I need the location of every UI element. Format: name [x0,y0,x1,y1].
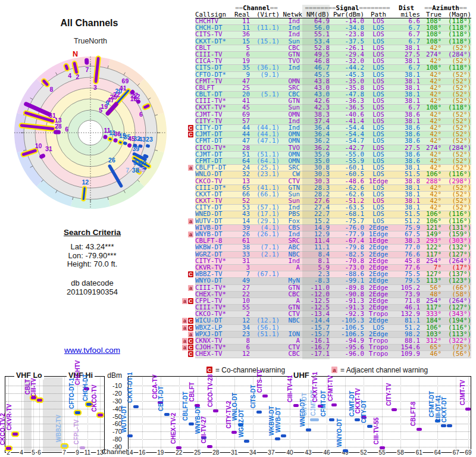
cell-mi: 38.1 [393,165,420,171]
radar-channel-label: 2 [76,73,79,80]
cell-vi [250,179,280,185]
cell-nw: CBC [280,292,302,298]
cell-re: 2 [233,311,250,318]
cell-pw: -90.8 [330,292,364,298]
cell-vi [250,278,280,284]
cell-pa: 2Edge [364,318,393,324]
signal-bar-label: CICO-TV-28 [208,374,214,407]
cell-az: 106° [420,218,441,225]
cell-nm: 43.0 [302,92,330,98]
gridline-v [419,377,419,452]
adjacent-channel-warning-badge: a [188,331,193,337]
cell-mg: (298°) [441,179,471,185]
cell-mg: (52°) [441,72,471,79]
signal-bar [329,418,334,421]
cell-az: 117° [420,305,441,311]
cell-pw: -91.3 [330,298,364,305]
vhf-channel-tick: 7 [62,449,67,456]
cell-pw: -14.0 [330,18,364,25]
cell-pw: -77.9 [330,231,364,238]
cell-pw: -54.7 [330,138,364,145]
cell-cs: CBLT-DT [195,92,233,98]
cell-vi [250,258,280,265]
cell-nm: 27.4 [302,205,330,211]
cell-re: 11 [233,18,250,25]
cell-nw: Ind [280,18,302,25]
cell-cs: CITY-TV* [195,258,233,265]
cell-mi: 51.2 [393,218,420,225]
cell-nw: OMN [280,112,302,118]
cell-az: 42° [420,158,441,165]
warning-markers: C [180,351,195,358]
cell-mi: 6.7 [393,65,420,71]
cell-nw: A [280,265,302,271]
cell-vi [250,118,280,125]
cell-mi: 38.1 [393,192,420,198]
adjacent-channel-warning-badge: a [188,231,193,237]
warning-markers [180,32,195,38]
cell-pa: LOS [364,32,393,38]
warning-markers: aC [180,318,195,324]
cell-nm: 5.9 [302,265,330,271]
cell-mg: (118°) [441,105,471,111]
gridline-v [39,377,40,452]
cell-nm: 14.9 [302,225,330,231]
cell-re: 47 [233,79,250,85]
cell-mg: (123°) [441,278,471,284]
signal-bar-label: WKBW-DT [269,406,275,436]
gridline [6,386,104,386]
cell-vi [250,345,280,351]
cell-re: 20 [233,92,250,98]
gridline [6,431,104,432]
cell-pa: 2Edge [364,252,393,258]
cell-az: 312° [420,338,441,345]
cell-pa: 1Edge [364,231,393,238]
adjacent-channel-legend-icon: a [331,367,337,373]
table-row: CCITY-DT44(44.1)Ind36.4-54.4LOS38.642°(5… [180,125,472,132]
gridline [6,424,104,424]
gridline-v [382,377,383,452]
uhf-channel-tick: 43 [304,449,312,456]
cell-nm: 36.2 [302,145,330,152]
cell-vi: (51.1) [250,331,280,338]
gridline [6,409,104,409]
cell-pw: -34.8 [330,25,364,32]
dbm-tick-label: -30 [106,397,122,405]
cell-nm: 27.6 [302,198,330,205]
cell-az: 42° [420,92,441,98]
search-heading: Search Criteria [33,228,152,237]
cell-mg: (131°) [441,225,471,231]
warning-markers [180,45,195,52]
gridline-v [21,377,22,452]
cell-cs: CHCHTV [195,18,233,25]
warning-markers [180,52,195,58]
signal-bar [12,433,18,436]
table-row: CICA-TV19TVO46.8-32.0LOS38.142°(52°) [180,58,472,65]
radar-channel-label: 4 [68,72,71,79]
cell-nm: 52.8 [302,45,330,52]
warning-markers [180,138,195,145]
radar-plot: 7342861132861031122611113615354532432349… [1,34,180,220]
cell-pa: LOS [364,211,393,218]
cell-cs: CJMT-DT [195,132,233,138]
cell-pa: LOS [364,112,393,118]
cell-mi: 38.6 [393,138,420,145]
cell-mi: 6.7 [393,39,420,45]
tvfool-link[interactable]: www.tvfool.com [33,346,152,355]
cell-pa: 2Edge [364,245,393,251]
signal-bar-label: CKVR-TV [7,404,12,430]
warning-markers [180,145,195,152]
cell-mg: (118°) [441,39,471,45]
cell-re: 7 [233,271,250,278]
cell-nw: CBC [280,45,302,52]
cell-az: 274° [420,52,441,58]
table-row: CBLFT25SRC43.0-35.8LOS38.142°(52°) [180,85,472,92]
warning-markers [180,18,195,25]
table-row: CICO-TV*28TVO36.2-42.7LOS27.5274°(284°) [180,145,472,152]
radar-marker [108,137,112,141]
cell-cs: CHEX-TV [195,351,233,358]
cell-nw: OMN [280,79,302,85]
co-channel-warning-badge: C [188,325,193,331]
cell-nm: -8.3 [302,278,330,284]
warning-markers [180,258,195,265]
